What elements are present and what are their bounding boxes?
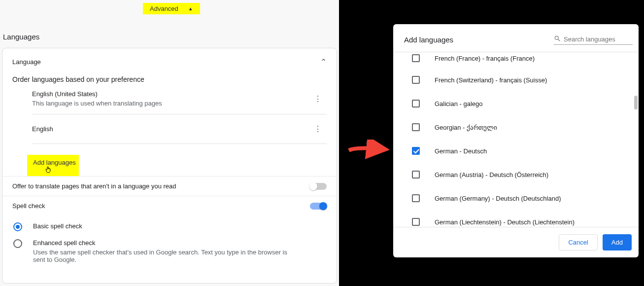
card-title: Language: [12, 58, 41, 66]
spell-check-row: Spell check: [2, 196, 337, 215]
option-label: Basic spell check: [33, 222, 82, 230]
chevron-up-icon: ▲: [188, 6, 193, 11]
language-option[interactable]: German (Austria) - Deutsch (Österreich): [393, 163, 639, 186]
language-option[interactable]: German (Germany) - Deutsch (Deutschland): [393, 186, 639, 210]
svg-point-0: [555, 36, 558, 39]
language-option[interactable]: German - Deutsch: [393, 139, 639, 163]
order-description: Order languages based on your preference: [2, 75, 337, 88]
option-label: Georgian - ქართული: [435, 124, 497, 131]
language-option[interactable]: Georgian - ქართული: [393, 115, 639, 139]
language-item: English⋮: [32, 114, 327, 144]
kebab-icon[interactable]: ⋮: [309, 121, 327, 137]
spell-check-label: Spell check: [12, 202, 45, 210]
offer-translate-label: Offer to translate pages that aren't in …: [12, 182, 176, 190]
checkbox[interactable]: [412, 54, 420, 62]
language-option[interactable]: German (Liechtenstein) - Deutsch (Liecht…: [393, 210, 639, 227]
language-sub: This language is used when translating p…: [32, 100, 162, 107]
option-label: German (Liechtenstein) - Deutsch (Liecht…: [435, 218, 575, 226]
offer-translate-toggle[interactable]: [310, 183, 327, 190]
option-label: German - Deutsch: [435, 147, 487, 155]
checkbox[interactable]: [412, 147, 420, 155]
search-icon: [554, 35, 561, 43]
section-title: Languages: [3, 33, 39, 41]
radio-button[interactable]: [13, 222, 22, 231]
advanced-toggle[interactable]: Advanced ▲: [143, 3, 200, 14]
search-field[interactable]: [554, 34, 633, 45]
kebab-icon[interactable]: ⋮: [309, 91, 327, 107]
language-option[interactable]: French (France) - français (France): [393, 52, 639, 68]
dialog-title: Add languages: [404, 36, 453, 44]
option-label: Galician - galego: [435, 100, 483, 107]
add-languages-label: Add languages: [33, 159, 76, 166]
advanced-label: Advanced: [150, 5, 178, 12]
chevron-up-icon[interactable]: ⌃: [320, 57, 327, 67]
option-sub: Uses the same spell checker that's used …: [33, 249, 289, 263]
offer-translate-row: Offer to translate pages that aren't in …: [2, 176, 337, 196]
option-label: German (Austria) - Deutsch (Österreich): [435, 171, 548, 179]
checkbox[interactable]: [412, 194, 420, 202]
checkbox[interactable]: [412, 218, 420, 226]
language-name: English: [32, 125, 53, 133]
arrow-icon: [346, 140, 391, 159]
language-card: Language ⌃ Order languages based on your…: [2, 48, 337, 284]
settings-panel: Advanced ▲ Languages Language ⌃ Order la…: [0, 0, 339, 286]
language-list: English (United States)This language is …: [2, 88, 337, 149]
option-label: French (Switzerland) - français (Suisse): [435, 76, 547, 84]
checkbox[interactable]: [412, 100, 420, 107]
checkbox[interactable]: [412, 123, 420, 131]
scrollbar-thumb[interactable]: [634, 96, 638, 109]
spell-check-toggle[interactable]: [310, 203, 327, 210]
add-button[interactable]: Add: [603, 234, 632, 250]
search-input[interactable]: [564, 36, 633, 43]
add-languages-dialog: Add languages French (France) - français…: [393, 24, 639, 257]
spell-check-options: Basic spell checkEnhanced spell checkUse…: [2, 215, 337, 267]
language-option[interactable]: French (Switzerland) - français (Suisse): [393, 68, 639, 92]
option-label: French (France) - français (France): [435, 55, 535, 62]
pointer-cursor-icon: [44, 166, 52, 175]
option-label: Enhanced spell check: [33, 239, 289, 247]
checkbox[interactable]: [412, 171, 420, 179]
dialog-footer: Cancel Add: [393, 227, 639, 257]
language-item: English (United States)This language is …: [32, 88, 327, 114]
checkbox[interactable]: [412, 76, 420, 84]
dialog-header: Add languages: [393, 24, 639, 52]
cancel-button[interactable]: Cancel: [559, 234, 597, 250]
spell-option[interactable]: Enhanced spell checkUses the same spell …: [12, 235, 327, 267]
language-option[interactable]: Galician - galego: [393, 92, 639, 115]
add-languages-button[interactable]: Add languages: [27, 155, 79, 176]
language-options-wrap: French (France) - français (France)Frenc…: [393, 52, 639, 227]
radio-button[interactable]: [13, 239, 22, 248]
spell-option[interactable]: Basic spell check: [12, 218, 327, 235]
card-header[interactable]: Language ⌃: [2, 48, 337, 75]
svg-line-1: [558, 39, 560, 41]
language-options-list: French (France) - français (France)Frenc…: [393, 52, 639, 227]
language-name: English (United States): [32, 90, 162, 98]
option-label: German (Germany) - Deutsch (Deutschland): [435, 195, 561, 202]
